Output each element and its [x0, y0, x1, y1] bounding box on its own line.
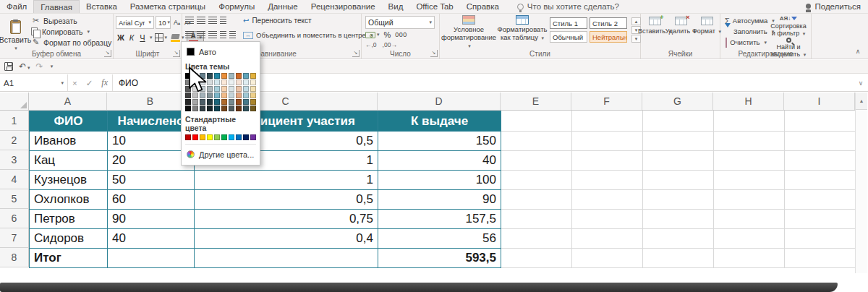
cell-B8[interactable] [108, 249, 195, 268]
cell-A7[interactable]: Сидоров [30, 229, 108, 249]
row-header-4[interactable]: 4 [0, 170, 29, 189]
select-all-button[interactable] [0, 93, 29, 111]
share-button[interactable]: Поделиться [806, 1, 861, 12]
cell-C8[interactable] [195, 249, 378, 268]
cell-B7[interactable]: 40 [108, 229, 195, 249]
more-colors-item[interactable]: Другие цвета... [185, 147, 256, 161]
insert-function-button[interactable]: fx [101, 77, 108, 88]
cell-A4[interactable]: Кузнецов [30, 171, 108, 190]
fill-button[interactable]: Заполнить▾ [723, 26, 769, 37]
tint-swatch[interactable] [185, 99, 191, 105]
tint-swatch[interactable] [221, 99, 227, 105]
vertical-scrollbar[interactable]: ▲ [855, 93, 867, 273]
align-center-icon[interactable] [197, 31, 205, 38]
cell-D8[interactable]: 593,5 [378, 249, 501, 268]
tab-рецензирование[interactable]: Рецензирование [305, 0, 382, 13]
tab-разметка-страницы[interactable]: Разметка страницы [124, 0, 212, 13]
tint-swatch[interactable] [243, 80, 249, 85]
clear-button[interactable]: Очистить▾ [723, 37, 769, 48]
orientation-icon[interactable] [220, 17, 226, 24]
column-header-F[interactable]: F [571, 93, 642, 110]
tint-swatch[interactable] [214, 80, 220, 85]
tint-swatch[interactable] [192, 106, 198, 111]
style-item-1[interactable]: Стиль 1 [550, 17, 587, 29]
tint-swatch[interactable] [221, 80, 227, 85]
align-right-icon[interactable] [208, 31, 217, 38]
tab-данные[interactable]: Данные [261, 0, 305, 13]
increase-decimal-button[interactable]: ←,0 [365, 41, 377, 48]
standard-color-swatch[interactable] [236, 134, 242, 140]
cell-A6[interactable]: Петров [30, 210, 108, 229]
tab-вид[interactable]: Вид [382, 0, 410, 13]
tab-вставка[interactable]: Вставка [80, 0, 124, 13]
cell-C6[interactable]: 0,75 [195, 210, 378, 229]
tint-swatch[interactable] [243, 99, 249, 105]
theme-color-swatch[interactable] [236, 73, 242, 79]
tab-office-tab[interactable]: Office Tab [409, 0, 459, 13]
cell-D7[interactable]: 56 [378, 229, 501, 249]
increase-indent-icon[interactable] [229, 31, 236, 38]
tint-swatch[interactable] [192, 99, 198, 105]
tint-swatch[interactable] [200, 106, 205, 111]
tint-swatch[interactable] [229, 86, 234, 92]
tint-swatch[interactable] [243, 93, 249, 98]
customize-qat-button[interactable]: ▾ [51, 64, 54, 69]
standard-color-swatch[interactable] [214, 134, 220, 140]
cell-D5[interactable]: 90 [378, 190, 501, 210]
undo-button[interactable]: ↶▾ [19, 61, 30, 72]
tint-swatch[interactable] [236, 86, 242, 92]
currency-format-button[interactable]: ▾ [365, 32, 380, 38]
borders-button[interactable]: ▾ [153, 31, 169, 44]
theme-color-swatch[interactable] [229, 73, 234, 79]
cell-B5[interactable]: 60 [108, 190, 195, 210]
theme-color-swatch[interactable] [243, 73, 249, 79]
scroll-up-button[interactable]: ▲ [856, 93, 867, 110]
percent-format-button[interactable]: % [384, 30, 391, 39]
tab-главная[interactable]: Главная [33, 0, 80, 13]
column-header-D[interactable]: D [378, 93, 501, 110]
column-header-H[interactable]: H [713, 93, 784, 110]
cell-D4[interactable]: 100 [378, 171, 501, 190]
comma-format-button[interactable]: 000 [395, 31, 407, 38]
row-header-3[interactable]: 3 [0, 150, 29, 170]
tint-swatch[interactable] [236, 106, 242, 111]
delete-cells-button[interactable]: × Удалить ▾ [668, 17, 694, 50]
standard-color-swatch[interactable] [229, 134, 234, 140]
standard-color-swatch[interactable] [243, 134, 249, 140]
font-size-combo[interactable]: 10▾ [156, 16, 171, 29]
tint-swatch[interactable] [250, 99, 256, 105]
tint-swatch[interactable] [221, 93, 227, 98]
auto-color-item[interactable]: Авто [185, 45, 256, 59]
tint-swatch[interactable] [243, 106, 249, 111]
cell-C4[interactable]: 1 [195, 171, 378, 190]
tint-swatch[interactable] [250, 86, 256, 92]
tint-swatch[interactable] [221, 86, 227, 92]
standard-color-swatch[interactable] [185, 134, 191, 140]
row-header-2[interactable]: 2 [0, 131, 29, 150]
cell-A5[interactable]: Охлопков [30, 190, 108, 210]
align-left-icon[interactable] [185, 31, 194, 38]
column-header-I[interactable]: I [784, 93, 855, 110]
standard-color-swatch[interactable] [207, 134, 213, 140]
expand-formula-bar-button[interactable]: ∨ [854, 74, 868, 91]
format-cells-button[interactable]: Формат ▾ [694, 17, 720, 50]
decrease-decimal-button[interactable]: ,00→ [383, 41, 397, 48]
tint-swatch[interactable] [214, 93, 220, 98]
cell-B4[interactable]: 50 [108, 171, 195, 190]
tint-swatch[interactable] [250, 93, 256, 98]
name-box[interactable]: A1 ▾ [0, 74, 68, 91]
cell-A3[interactable]: Кац [30, 151, 108, 171]
format-as-table-button[interactable]: Форматировать как таблицу ▾ [496, 15, 548, 50]
clipboard-dialog-launcher[interactable]: ↘ [104, 50, 111, 57]
conditional-formatting-button[interactable]: Условное форматирование ▾ [443, 15, 495, 50]
tint-swatch[interactable] [221, 106, 227, 111]
row-header-6[interactable]: 6 [0, 209, 29, 228]
tint-swatch[interactable] [200, 99, 205, 105]
theme-color-swatch[interactable] [214, 73, 220, 79]
column-header-E[interactable]: E [501, 93, 571, 110]
standard-color-swatch[interactable] [192, 134, 198, 140]
tint-swatch[interactable] [207, 99, 213, 105]
cell-B6[interactable]: 90 [108, 210, 195, 229]
column-header-G[interactable]: G [642, 93, 713, 110]
cell-C5[interactable]: 0,5 [195, 190, 378, 210]
